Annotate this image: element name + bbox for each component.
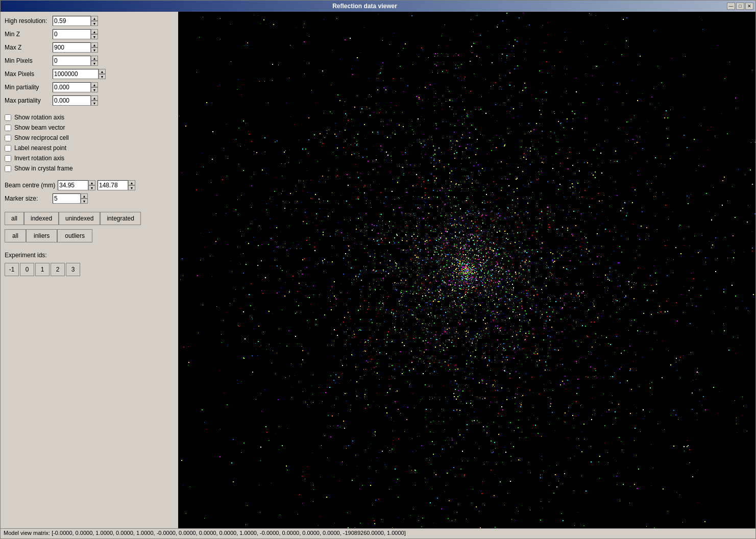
scatter-canvas[interactable] (178, 12, 755, 528)
experiment-ids-label: Experiment ids: (5, 252, 174, 259)
filter-all-button[interactable]: all (5, 212, 24, 225)
min-pixels-input[interactable] (53, 56, 91, 66)
min-partiality-down[interactable]: ▼ (91, 87, 98, 92)
show-rotation-axis-checkbox[interactable] (5, 114, 11, 121)
marker-size-input[interactable] (53, 193, 81, 204)
high-resolution-input[interactable] (53, 16, 91, 26)
invert-rotation-axis-checkbox[interactable] (5, 155, 11, 162)
beam-centre-y-spinner: ▲ ▼ (97, 180, 135, 190)
title-bar: Reflection data viewer — □ ✕ (1, 1, 755, 12)
high-resolution-down[interactable]: ▼ (91, 21, 98, 26)
max-pixels-spinner: ▲ ▼ (53, 69, 106, 79)
show-beam-vector-checkbox[interactable] (5, 125, 11, 131)
show-in-crystal-frame-checkbox[interactable] (5, 165, 11, 172)
beam-centre-label: Beam centre (mm) (5, 182, 56, 189)
close-button[interactable]: ✕ (745, 3, 753, 10)
show-in-crystal-frame-label: Show in crystal frame (14, 165, 73, 172)
invert-rotation-axis-label: Invert rotation axis (14, 155, 64, 162)
max-partiality-spinner: ▲ ▼ (53, 95, 98, 106)
max-pixels-label: Max Pixels (5, 70, 51, 78)
show-reciprocal-cell-row: Show reciprocal cell (5, 134, 174, 141)
max-pixels-down[interactable]: ▼ (99, 74, 106, 79)
min-partiality-input[interactable] (53, 82, 91, 92)
high-resolution-up[interactable]: ▲ (91, 16, 98, 21)
max-partiality-row: Max partiality ▲ ▼ (5, 95, 174, 106)
outlier-buttons-group: all inliers outliers (5, 229, 174, 242)
exp-id-1-button[interactable]: 1 (35, 263, 50, 276)
min-pixels-down[interactable]: ▼ (91, 61, 98, 66)
max-z-buttons: ▲ ▼ (91, 42, 98, 53)
max-z-down[interactable]: ▼ (91, 47, 98, 53)
high-resolution-label: High resolution: (5, 17, 51, 24)
label-nearest-point-row: Label nearest point (5, 144, 174, 152)
max-partiality-input[interactable] (53, 95, 91, 106)
beam-centre-x-buttons: ▲ ▼ (88, 180, 95, 190)
exp-id-2-button[interactable]: 2 (51, 263, 65, 276)
beam-centre-y-down[interactable]: ▼ (128, 185, 135, 190)
marker-size-up[interactable]: ▲ (81, 193, 88, 199)
outlier-inliers-button[interactable]: inliers (26, 229, 57, 242)
marker-size-down[interactable]: ▼ (81, 199, 88, 204)
beam-centre-x-up[interactable]: ▲ (88, 180, 95, 185)
min-z-up[interactable]: ▲ (91, 29, 98, 34)
min-z-down[interactable]: ▼ (91, 34, 98, 39)
outlier-all-button[interactable]: all (5, 229, 26, 242)
scatter-view[interactable] (178, 12, 755, 528)
show-beam-vector-row: Show beam vector (5, 124, 174, 131)
exp-id-minus1-button[interactable]: -1 (5, 263, 19, 276)
label-nearest-point-checkbox[interactable] (5, 145, 11, 152)
filter-buttons-group: all indexed unindexed integrated (5, 212, 174, 225)
filter-integrated-button[interactable]: integrated (100, 212, 140, 225)
max-z-up[interactable]: ▲ (91, 42, 98, 47)
beam-centre-y-buttons: ▲ ▼ (128, 180, 135, 190)
invert-rotation-axis-row: Invert rotation axis (5, 155, 174, 162)
beam-centre-x-spinner: ▲ ▼ (58, 180, 95, 190)
marker-size-label: Marker size: (5, 195, 51, 202)
show-beam-vector-label: Show beam vector (14, 124, 65, 131)
min-pixels-label: Min Pixels (5, 57, 51, 64)
beam-centre-x-down[interactable]: ▼ (88, 185, 95, 190)
maximize-button[interactable]: □ (736, 3, 744, 10)
high-resolution-spinner: ▲ ▼ (53, 16, 98, 26)
beam-centre-y-input[interactable] (97, 180, 128, 190)
max-z-label: Max Z (5, 44, 51, 51)
min-pixels-up[interactable]: ▲ (91, 56, 98, 61)
high-resolution-row: High resolution: ▲ ▼ (5, 16, 174, 26)
min-partiality-label: Min partiality (5, 84, 51, 91)
min-partiality-buttons: ▲ ▼ (91, 82, 98, 92)
show-reciprocal-cell-checkbox[interactable] (5, 135, 11, 141)
minimize-button[interactable]: — (727, 3, 735, 10)
experiment-ids-group: -1 0 1 2 3 (5, 263, 174, 276)
marker-size-row: Marker size: ▲ ▼ (5, 193, 174, 204)
marker-size-buttons: ▲ ▼ (81, 193, 88, 204)
min-pixels-row: Min Pixels ▲ ▼ (5, 56, 174, 66)
max-pixels-up[interactable]: ▲ (99, 69, 106, 74)
max-partiality-buttons: ▲ ▼ (91, 95, 98, 106)
left-panel: High resolution: ▲ ▼ Min Z ▲ ▼ (1, 12, 178, 528)
beam-centre-x-input[interactable] (58, 180, 88, 190)
min-partiality-up[interactable]: ▲ (91, 82, 98, 87)
exp-id-0-button[interactable]: 0 (20, 263, 34, 276)
show-reciprocal-cell-label: Show reciprocal cell (14, 134, 69, 141)
min-z-input[interactable] (53, 29, 91, 39)
max-partiality-up[interactable]: ▲ (91, 95, 98, 101)
content-area: High resolution: ▲ ▼ Min Z ▲ ▼ (1, 12, 755, 528)
beam-centre-row: Beam centre (mm) ▲ ▼ ▲ ▼ (5, 180, 174, 190)
max-partiality-down[interactable]: ▼ (91, 101, 98, 106)
max-partiality-label: Max partiality (5, 97, 51, 104)
filter-indexed-button[interactable]: indexed (24, 212, 59, 225)
max-pixels-buttons: ▲ ▼ (99, 69, 106, 79)
filter-unindexed-button[interactable]: unindexed (59, 212, 100, 225)
min-pixels-spinner: ▲ ▼ (53, 56, 98, 66)
beam-centre-y-up[interactable]: ▲ (128, 180, 135, 185)
min-z-buttons: ▲ ▼ (91, 29, 98, 39)
max-z-input[interactable] (53, 42, 91, 53)
max-pixels-input[interactable] (53, 69, 99, 79)
main-window: Reflection data viewer — □ ✕ High resolu… (0, 0, 756, 539)
show-rotation-axis-row: Show rotation axis (5, 114, 174, 121)
min-z-label: Min Z (5, 31, 51, 38)
exp-id-3-button[interactable]: 3 (66, 263, 80, 276)
max-z-spinner: ▲ ▼ (53, 42, 98, 53)
min-partiality-row: Min partiality ▲ ▼ (5, 82, 174, 92)
outlier-outliers-button[interactable]: outliers (57, 229, 92, 242)
